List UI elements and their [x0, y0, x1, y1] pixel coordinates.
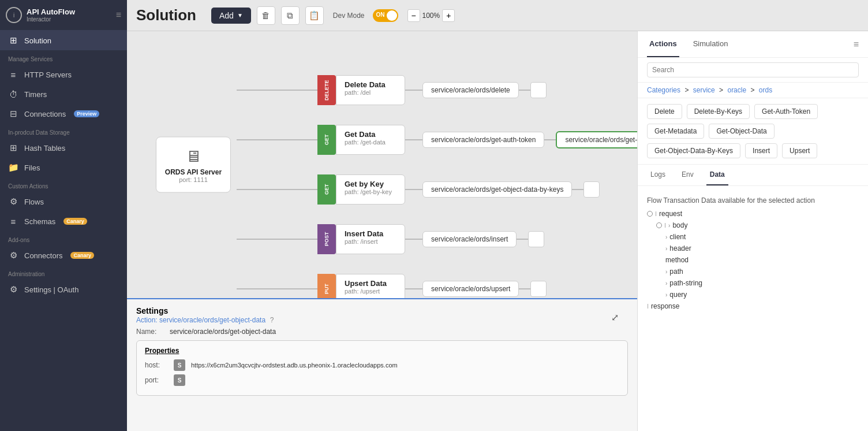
action-btn-delete[interactable]: Delete	[647, 104, 682, 119]
sidebar-item-connectors[interactable]: ⚙ Connectors Canary	[0, 246, 127, 265]
add-button[interactable]: Add ▼	[211, 8, 251, 24]
sidebar-item-solution[interactable]: ⊞ Solution	[0, 31, 127, 50]
action-btn-delete-by-keys[interactable]: Delete-By-Keys	[687, 104, 750, 119]
flow-canvas[interactable]: 🖥 ORDS API Server port: 1111 DELETE Dele…	[127, 31, 637, 431]
http-icon: ≡	[8, 69, 18, 80]
sidebar-schemas-label: Schemas	[24, 217, 55, 226]
connector-line	[572, 189, 583, 190]
action-btn-get-object[interactable]: Get-Object-Data	[709, 124, 774, 139]
action-btn-get-object-by-keys[interactable]: Get-Object-Data-By-Keys	[647, 143, 740, 158]
delete-node-title: Delete Data	[345, 80, 396, 89]
tree-item-path[interactable]: › path	[638, 266, 868, 277]
action-btn-insert[interactable]: Insert	[745, 143, 777, 158]
zoom-plus-button[interactable]: +	[442, 9, 455, 22]
connectors-icon: ⚙	[8, 250, 18, 261]
flow-upper: 🖥 ORDS API Server port: 1111 DELETE Dele…	[127, 31, 637, 298]
sidebar-item-hash[interactable]: ⊞ Hash Tables	[0, 138, 127, 158]
get-auth-action-box[interactable]: service/oracle/ords/get-auth-token	[422, 132, 544, 148]
server-node[interactable]: 🖥 ORDS API Server port: 1111	[156, 137, 231, 193]
action-btn-get-auth[interactable]: Get-Auth-Token	[754, 104, 818, 119]
tree-item-request[interactable]: I request	[638, 208, 868, 220]
tab-actions[interactable]: Actions	[647, 31, 679, 57]
get-key-action-box[interactable]: service/oracle/ords/get-object-data-by-k…	[422, 181, 572, 198]
sidebar-flows-label: Flows	[24, 198, 44, 206]
get-data-node[interactable]: GET Get Data path: /get-data	[317, 125, 405, 155]
tree-item-method[interactable]: method	[638, 254, 868, 266]
action-btn-upsert[interactable]: Upsert	[782, 143, 817, 158]
delete-node[interactable]: DELETE Delete Data path: /del	[317, 75, 405, 105]
toggle-knob	[387, 10, 397, 21]
breadcrumb-categories[interactable]: Categories	[647, 86, 680, 94]
delete-action-box[interactable]: service/oracle/ords/delete	[422, 82, 519, 98]
chevron-query: ›	[665, 292, 667, 298]
connectors-badge: Canary	[70, 252, 94, 259]
sidebar-settings-label: Settings | OAuth	[24, 285, 78, 294]
sidebar-connectors-label: Connectors	[24, 251, 62, 260]
label-query: query	[669, 291, 859, 299]
right-panel-menu-icon[interactable]: ≡	[854, 39, 859, 50]
tree-item-path-string[interactable]: › path-string	[638, 277, 868, 289]
upsert-node[interactable]: PUT Upsert Data path: /upsert	[317, 274, 405, 298]
flow-row-delete: DELETE Delete Data path: /del service/or…	[237, 75, 547, 105]
sidebar-item-flows[interactable]: ⚙ Flows	[0, 192, 127, 211]
breadcrumb-service[interactable]: service	[693, 86, 715, 94]
data-tab-data[interactable]: Data	[706, 165, 728, 185]
toggle-switch[interactable]: ON	[373, 9, 398, 22]
connector-line	[237, 90, 317, 91]
tree-item-response[interactable]: I response	[638, 300, 868, 312]
sidebar-logo: i	[6, 7, 22, 23]
get-object-action-box[interactable]: service/oracle/ords/get-object-data	[556, 131, 637, 148]
sidebar-item-files[interactable]: 📁 Files	[0, 158, 127, 177]
pipe-request: I	[655, 210, 657, 217]
sidebar-item-schemas[interactable]: ≡ Schemas Canary	[0, 211, 127, 231]
tree-item-query[interactable]: › query	[638, 289, 868, 300]
rp-data-content: Flow Transaction Data available for the …	[638, 186, 868, 431]
insert-node[interactable]: POST Insert Data path: /insert	[317, 224, 405, 254]
settings-name-value: service/oracle/ords/get-object-data	[170, 328, 276, 336]
zoom-minus-button[interactable]: −	[407, 9, 420, 22]
copy-icon-btn[interactable]: ⧉	[281, 6, 300, 25]
settings-host-row: host: S https://x6cm2um3qcvcjtv-ordstest…	[145, 359, 619, 371]
expand-icon[interactable]: ⤢	[611, 312, 619, 323]
delete-icon-btn[interactable]: 🗑	[257, 6, 275, 25]
tree-item-header[interactable]: › header	[638, 243, 868, 254]
data-tab-env[interactable]: Env	[678, 165, 697, 185]
settings-help-icon[interactable]: ?	[270, 316, 274, 324]
settings-properties-box: Properties host: S https://x6cm2um3qcvcj…	[136, 340, 628, 396]
data-tab-logs[interactable]: Logs	[647, 165, 669, 185]
connector-line	[519, 90, 530, 91]
sidebar-item-http[interactable]: ≡ HTTP Servers	[0, 65, 127, 84]
sidebar-header: i API AutoFlow Interactor ≡	[0, 0, 127, 31]
rp-breadcrumb: Categories > service > oracle > ords	[638, 83, 868, 98]
sidebar-item-settings[interactable]: ⚙ Settings | OAuth	[0, 280, 127, 299]
sidebar-hash-label: Hash Tables	[24, 144, 65, 153]
tab-simulation[interactable]: Simulation	[691, 31, 731, 57]
insert-node-box: Insert Data path: /insert	[336, 224, 405, 254]
solution-icon: ⊞	[8, 35, 18, 46]
sidebar-item-connections[interactable]: ⊟ Connections Preview	[0, 104, 127, 124]
breadcrumb-oracle[interactable]: oracle	[727, 86, 746, 94]
tree-item-client[interactable]: › client	[638, 231, 868, 243]
breadcrumb-ords[interactable]: ords	[759, 86, 772, 94]
action-btn-get-metadata[interactable]: Get-Metadata	[647, 124, 704, 139]
label-method: method	[665, 256, 859, 264]
dev-mode-toggle[interactable]: ON	[373, 9, 398, 22]
get-key-node-box: Get by Key path: /get-by-key	[336, 174, 405, 205]
tree-item-body[interactable]: I › body	[638, 220, 868, 231]
insert-path: path: /insert	[345, 238, 396, 245]
get-key-node[interactable]: GET Get by Key path: /get-by-key	[317, 174, 405, 205]
paste-icon-btn[interactable]: 📋	[305, 6, 324, 25]
upsert-action-box[interactable]: service/oracle/ords/upsert	[422, 281, 519, 297]
settings-action-link[interactable]: Action: service/oracle/ords/get-object-d…	[136, 316, 265, 324]
delete-node-path: path: /del	[345, 89, 396, 96]
connector-line	[405, 288, 422, 289]
sidebar-hamburger[interactable]: ≡	[116, 10, 121, 20]
search-input[interactable]	[647, 62, 859, 77]
connector-line	[519, 288, 530, 289]
insert-action-box[interactable]: service/oracle/ords/insert	[422, 231, 517, 247]
sidebar-item-timers[interactable]: ⏱ Timers	[0, 84, 127, 104]
label-body: body	[672, 221, 859, 229]
flow-row-get-data: GET Get Data path: /get-data service/ora…	[237, 125, 637, 155]
sidebar: i API AutoFlow Interactor ≡ ⊞ Solution M…	[0, 0, 127, 431]
settings-properties-title: Properties	[145, 347, 619, 355]
